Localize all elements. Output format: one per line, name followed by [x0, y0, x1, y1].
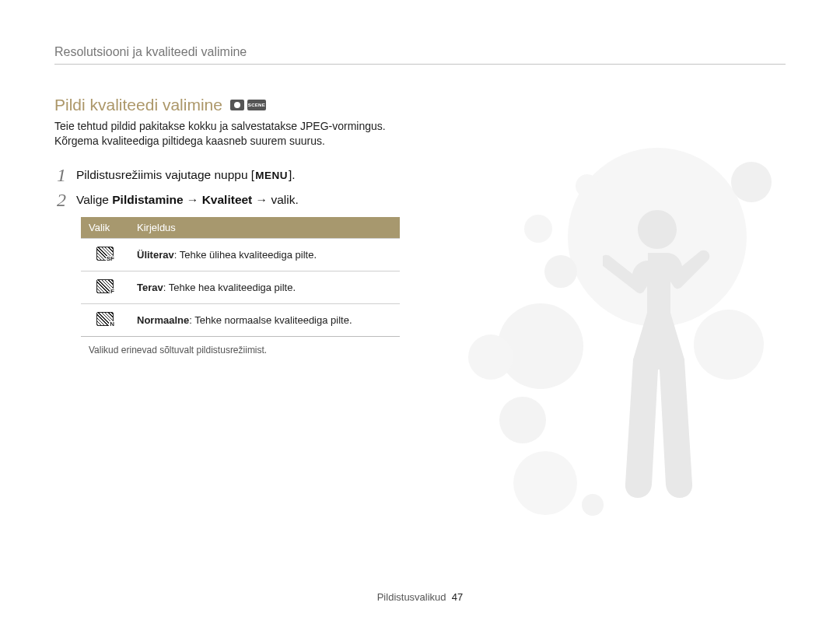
- mode-icons: SCENE: [230, 100, 266, 110]
- step-number: 2: [54, 191, 68, 209]
- quality-options-table: Valik Kirjeldus Üliterav: Tehke ülihea k…: [81, 217, 400, 337]
- opt-desc: : Tehke ülihea kvaliteediga pilte.: [174, 249, 317, 261]
- footer-section: Pildistusvalikud: [377, 591, 446, 603]
- step-1-prefix: Pildistusrežiimis vajutage nuppu [: [76, 168, 254, 181]
- step-1-suffix: ].: [289, 168, 296, 181]
- page-footer: Pildistusvalikud 47: [0, 591, 840, 603]
- content-column: Teie tehtud pildid pakitakse kokku ja sa…: [54, 119, 401, 356]
- opt-name: Üliterav: [137, 249, 174, 261]
- opt-desc: : Tehke normaalse kvaliteediga pilte.: [189, 314, 352, 326]
- table-footnote: Valikud erinevad sõltuvalt pildistusreži…: [89, 345, 401, 356]
- step-number: 1: [54, 166, 68, 184]
- opt-desc: : Tehke hea kvaliteediga pilte.: [163, 282, 296, 293]
- table-header-kirjeldus: Kirjeldus: [129, 217, 400, 239]
- manual-page: Resolutsiooni ja kvaliteedi valimine Pil…: [0, 0, 840, 634]
- step-2: 2 Valige Pildistamine → Kvaliteet → vali…: [54, 192, 401, 209]
- scene-mode-icon: SCENE: [247, 100, 266, 110]
- intro-paragraph: Teie tehtud pildid pakitakse kokku ja sa…: [54, 119, 401, 149]
- step-text: Pildistusrežiimis vajutage nuppu [MENU].: [76, 167, 296, 184]
- table-row: Terav: Tehke hea kvaliteediga pilte.: [81, 271, 400, 303]
- row-desc: Terav: Tehke hea kvaliteediga pilte.: [129, 271, 400, 303]
- step-1: 1 Pildistusrežiimis vajutage nuppu [MENU…: [54, 167, 401, 184]
- opt-name: Normaalne: [137, 314, 189, 326]
- step-2-prefix: Valige: [76, 193, 112, 206]
- bubble-icon: [499, 397, 546, 443]
- step-2-suffix: → valik.: [252, 193, 298, 206]
- row-desc: Üliterav: Tehke ülihea kvaliteediga pilt…: [129, 238, 400, 271]
- table-row: Normaalne: Tehke normaalse kvaliteediga …: [81, 303, 400, 336]
- step-2-path: Pildistamine → Kvaliteet: [112, 193, 252, 206]
- camera-mode-icon: [230, 100, 244, 110]
- step-text: Valige Pildistamine → Kvaliteet → valik.: [76, 192, 299, 208]
- menu-button-label: MENU: [254, 169, 289, 183]
- table-header-valik: Valik: [81, 217, 129, 239]
- section-title: Pildi kvaliteedi valimine: [54, 96, 222, 114]
- quality-n-icon: [96, 312, 114, 326]
- opt-name: Terav: [137, 282, 163, 293]
- breadcrumb: Resolutsiooni ja kvaliteedi valimine: [54, 45, 786, 65]
- page-number: 47: [452, 591, 463, 603]
- bubble-icon: [513, 451, 577, 515]
- bubble-icon: [582, 494, 604, 516]
- section-header-row: Pildi kvaliteedi valimine SCENE: [54, 96, 786, 114]
- quality-f-icon: [96, 279, 114, 293]
- table-row: Üliterav: Tehke ülihea kvaliteediga pilt…: [81, 238, 400, 271]
- quality-sf-icon: [96, 247, 114, 261]
- row-desc: Normaalne: Tehke normaalse kvaliteediga …: [129, 303, 400, 336]
